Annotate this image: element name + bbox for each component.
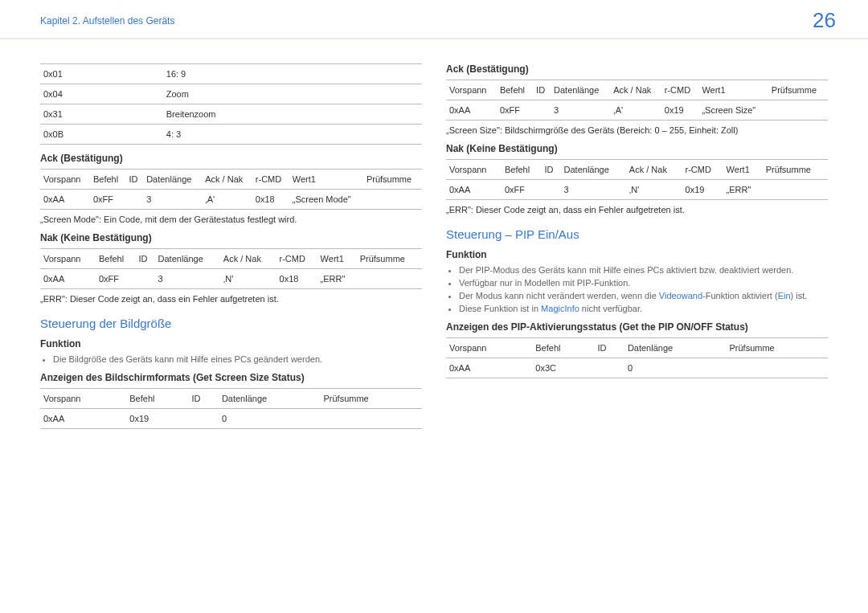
cell — [533, 100, 551, 121]
pip-get-table: Vorspann Befehl ID Datenlänge Prüfsumme … — [446, 337, 828, 378]
cell: 16: 9 — [163, 64, 422, 84]
text: Der Modus kann nicht verändert werden, w… — [459, 291, 659, 300]
cell: 0xAA — [40, 190, 90, 210]
text: Diese Funktion ist in — [459, 304, 541, 313]
cell: 0xFF — [502, 180, 542, 200]
ack-title: Ack (Bestätigung) — [40, 153, 422, 164]
th: ID — [542, 160, 561, 180]
cell: 0x18 — [276, 269, 317, 289]
cell: 0xFF — [497, 100, 533, 121]
text: ) ist. — [791, 291, 808, 300]
cell: „Screen Mode" — [289, 190, 363, 210]
cell: 0x3C — [532, 358, 594, 378]
pip-get-title: Anzeigen des PIP-Aktivierungsstatus (Get… — [446, 321, 828, 333]
th: Vorspann — [40, 249, 96, 269]
th: Befehl — [502, 160, 542, 180]
cell: 0x18 — [252, 190, 289, 210]
list-item: Der PIP-Modus des Geräts kann mit Hilfe … — [459, 265, 828, 275]
cell: 0xAA — [446, 358, 532, 378]
th: Prüfsumme — [768, 80, 828, 100]
cell: 0x31 — [40, 104, 163, 125]
th: Wert1 — [289, 170, 363, 190]
cell: „ERR" — [317, 269, 357, 289]
cell — [594, 358, 624, 378]
cell — [188, 409, 218, 429]
th: r-CMD — [661, 80, 699, 100]
list-item: Die Bildgröße des Geräts kann mit Hilfe … — [53, 354, 422, 364]
th: Prüfsumme — [763, 160, 828, 180]
cell: 0xAA — [40, 409, 126, 429]
chapter-title: Kapitel 2. Aufstellen des Geräts — [40, 15, 174, 27]
cell — [726, 358, 828, 378]
get-screen-size-table: Vorspann Befehl ID Datenlänge Prüfsumme … — [40, 388, 422, 429]
th: Datenlänge — [143, 170, 202, 190]
ack-note: „Screen Mode": Ein Code, mit dem der Ger… — [40, 215, 422, 224]
cell: 0xAA — [446, 100, 497, 121]
cell: „Screen Size" — [698, 100, 768, 121]
ack-note-right: „Screen Size": Bildschirmgröße des Gerät… — [446, 125, 828, 135]
cell: 0xFF — [96, 269, 136, 289]
th: Wert1 — [317, 249, 357, 269]
pip-funktion-list: Der PIP-Modus des Geräts kann mit Hilfe … — [446, 265, 828, 313]
cell — [320, 409, 422, 429]
videowand-link[interactable]: Videowand — [659, 291, 702, 300]
pip-title: Steuerung – PIP Ein/Aus — [446, 227, 828, 241]
nak-table-right: Vorspann Befehl ID Datenlänge Ack / Nak … — [446, 159, 828, 200]
cell: 3 — [155, 269, 220, 289]
th: r-CMD — [276, 249, 317, 269]
th: Datenlänge — [551, 80, 610, 100]
th: Befehl — [497, 80, 533, 100]
th: Ack / Nak — [202, 170, 252, 190]
th: Prüfsumme — [726, 338, 828, 358]
magicinfo-link[interactable]: MagicInfo — [541, 304, 579, 313]
right-column: Ack (Bestätigung) Vorspann Befehl ID Dat… — [446, 63, 828, 434]
ack-table: Vorspann Befehl ID Datenlänge Ack / Nak … — [40, 169, 422, 210]
cell: 0 — [624, 358, 727, 378]
list-item: Der Modus kann nicht verändert werden, w… — [459, 291, 828, 300]
funktion-label-right: Funktion — [446, 249, 828, 260]
th: Vorspann — [446, 338, 532, 358]
ein-link[interactable]: Ein — [778, 291, 791, 300]
cell: 3 — [551, 100, 610, 121]
th: ID — [136, 249, 155, 269]
cell: 0x19 — [126, 409, 188, 429]
cell: 0xAA — [40, 269, 96, 289]
th: ID — [126, 170, 144, 190]
th: Datenlänge — [561, 160, 626, 180]
cell: 0x19 — [682, 180, 723, 200]
cell: 0 — [219, 409, 321, 429]
cell: 0x04 — [40, 84, 163, 104]
cell: 0x01 — [40, 64, 163, 84]
th: ID — [533, 80, 551, 100]
th: r-CMD — [252, 170, 289, 190]
ack-table-right: Vorspann Befehl ID Datenlänge Ack / Nak … — [446, 80, 828, 121]
size-control-title: Steuerung der Bildgröße — [40, 317, 422, 330]
cell: 3 — [143, 190, 202, 210]
nak-note: „ERR": Dieser Code zeigt an, dass ein Fe… — [40, 294, 422, 304]
th: Befehl — [90, 170, 126, 190]
cell: Breitenzoom — [163, 104, 422, 125]
text: nicht verfügbar. — [579, 304, 642, 313]
cell: 0xFF — [90, 190, 126, 210]
th: Ack / Nak — [220, 249, 276, 269]
cell — [763, 180, 828, 200]
get-screen-size-title: Anzeigen des Bildschirmformats (Get Scre… — [40, 372, 422, 383]
th: Vorspann — [446, 80, 497, 100]
th: Datenlänge — [219, 389, 321, 409]
th: Prüfsumme — [357, 249, 422, 269]
page-header: Kapitel 2. Aufstellen des Geräts 26 — [0, 0, 868, 39]
th: Prüfsumme — [320, 389, 422, 409]
th: ID — [188, 389, 218, 409]
th: Prüfsumme — [363, 170, 422, 190]
funktion-list: Die Bildgröße des Geräts kann mit Hilfe … — [40, 354, 422, 364]
cell: ‚A' — [610, 100, 661, 121]
ack-title-right: Ack (Bestätigung) — [446, 63, 828, 75]
th: Wert1 — [698, 80, 768, 100]
th: Datenlänge — [624, 338, 727, 358]
th: Wert1 — [723, 160, 763, 180]
th: Ack / Nak — [626, 160, 682, 180]
th: Befehl — [126, 389, 188, 409]
cell — [768, 100, 828, 121]
th: Befehl — [96, 249, 136, 269]
cell: 4: 3 — [163, 125, 422, 145]
